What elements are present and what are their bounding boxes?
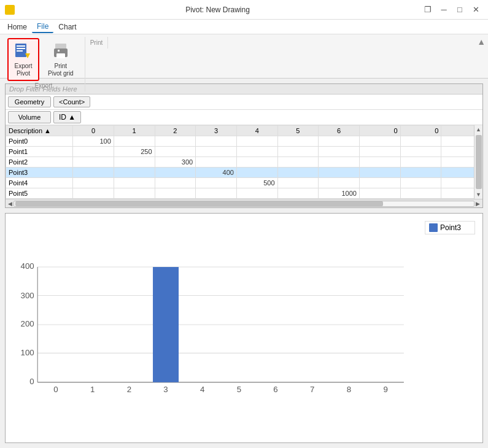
print-pivot-grid-label: PrintPivot grid xyxy=(48,63,74,77)
cell-p5-c0 xyxy=(73,188,114,199)
row-label-point1: Point1 xyxy=(6,147,73,157)
col-header-4[interactable]: 4 xyxy=(236,126,277,136)
cell-p2-c0 xyxy=(73,157,114,168)
cell-p3-c6 xyxy=(319,168,360,178)
table-row[interactable]: Point4 500 xyxy=(6,178,482,188)
cell-p1-c4 xyxy=(236,147,277,157)
title-bar-left xyxy=(5,5,15,15)
table-row[interactable]: Point5 1000 xyxy=(6,188,482,199)
count-field-btn[interactable]: <Count> xyxy=(53,96,90,107)
scroll-up-arrow[interactable]: ▲ xyxy=(476,125,481,134)
cell-p2-c5 xyxy=(277,157,319,168)
geometry-field-btn[interactable]: Geometry xyxy=(8,96,51,107)
cell-p3-c2 xyxy=(155,168,196,178)
ribbon-group-export: ExportPivot PrintPivot grid Export xyxy=(5,37,85,91)
id-sort-btn[interactable]: ID ▲ xyxy=(53,111,81,123)
maximize-btn[interactable]: □ xyxy=(452,2,467,17)
scroll-right-arrow[interactable]: ▶ xyxy=(474,201,481,207)
cell-p0-c2 xyxy=(155,136,196,147)
scroll-h-track[interactable] xyxy=(14,201,474,207)
cell-p4-c3 xyxy=(196,178,237,188)
col-header-5[interactable]: 5 xyxy=(277,126,319,136)
cell-p1-c8 xyxy=(400,147,441,157)
cell-p5-c4 xyxy=(236,188,277,199)
svg-rect-1 xyxy=(17,45,25,47)
minimize-btn[interactable]: ─ xyxy=(436,2,451,17)
chart-bar-point3[interactable] xyxy=(153,267,179,382)
window-controls: ❐ ─ □ ✕ xyxy=(420,2,483,17)
table-row[interactable]: Point2 300 xyxy=(6,157,482,168)
svg-rect-8 xyxy=(58,50,60,52)
legend-color-point3 xyxy=(429,223,438,232)
menu-home[interactable]: Home xyxy=(2,21,32,33)
pivot-container: Drop Filter Fields Here Geometry <Count>… xyxy=(5,83,483,208)
col-header-8[interactable]: 0 xyxy=(400,126,441,136)
pivot-table: Description ▲ 0 1 2 3 4 5 6 0 0 0 xyxy=(6,125,482,199)
svg-text:7: 7 xyxy=(310,385,314,394)
menu-chart[interactable]: Chart xyxy=(53,21,81,33)
cell-p1-c2 xyxy=(155,147,196,157)
col-header-2[interactable]: 2 xyxy=(155,126,196,136)
cell-p1-c3 xyxy=(196,147,237,157)
table-row[interactable]: Point3 400 xyxy=(6,168,482,178)
col-header-0[interactable]: 0 xyxy=(73,126,114,136)
close-btn[interactable]: ✕ xyxy=(468,2,483,17)
cell-p0-c8 xyxy=(400,136,441,147)
cell-p0-c7 xyxy=(359,136,400,147)
print-pivot-grid-button[interactable]: PrintPivot grid xyxy=(42,38,80,81)
svg-text:300: 300 xyxy=(21,291,34,300)
cell-p5-c2 xyxy=(155,188,196,199)
chart-area: 0 100 200 300 400 0 1 2 3 4 5 6 7 8 9 xyxy=(10,218,417,438)
table-row[interactable]: Point0 100 xyxy=(6,136,482,147)
row-label-point4: Point4 xyxy=(6,178,73,188)
row-label-point2: Point2 xyxy=(6,157,73,168)
cell-p4-c7 xyxy=(359,178,400,188)
cell-p5-c6: 1000 xyxy=(319,188,360,199)
scroll-left-arrow[interactable]: ◀ xyxy=(7,201,14,207)
main-content: Drop Filter Fields Here Geometry <Count>… xyxy=(0,79,488,448)
cell-p3-c4 xyxy=(236,168,277,178)
cell-p2-c1 xyxy=(114,157,155,168)
restore-btn[interactable]: ❐ xyxy=(420,2,435,17)
vertical-scrollbar[interactable]: ▲ ▼ xyxy=(474,125,482,199)
cell-p5-c8 xyxy=(400,188,441,199)
cell-p4-c4: 500 xyxy=(236,178,277,188)
export-group-label: Export xyxy=(7,82,80,90)
cell-p4-c1 xyxy=(114,178,155,188)
scroll-down-arrow[interactable]: ▼ xyxy=(476,190,481,199)
description-header[interactable]: Description ▲ xyxy=(6,126,73,136)
volume-field-btn[interactable]: Volume xyxy=(8,111,51,123)
horizontal-scrollbar[interactable]: ◀ ▶ xyxy=(6,199,482,207)
chart-legend: Point3 xyxy=(422,218,478,438)
cell-p0-c6 xyxy=(319,136,360,147)
cell-p3-c7 xyxy=(359,168,400,178)
ribbon-buttons-export: ExportPivot PrintPivot grid xyxy=(7,38,80,81)
svg-text:1: 1 xyxy=(90,385,95,394)
row-label-point5: Point5 xyxy=(6,188,73,199)
cell-p1-c1: 250 xyxy=(114,147,155,157)
scroll-v-thumb[interactable] xyxy=(476,135,482,189)
export-pivot-button[interactable]: ExportPivot xyxy=(7,38,39,81)
col-header-6[interactable]: 6 xyxy=(319,126,360,136)
ribbon-group-print: Print xyxy=(88,37,109,48)
col-header-3[interactable]: 3 xyxy=(196,126,237,136)
col-header-7[interactable]: 0 xyxy=(359,126,400,136)
menu-bar: Home File Chart xyxy=(0,20,488,34)
ribbon-collapse-btn[interactable]: ▲ xyxy=(477,37,486,47)
cell-p2-c3 xyxy=(196,157,237,168)
table-row[interactable]: Point1 250 xyxy=(6,147,482,157)
export-pivot-icon xyxy=(14,42,33,61)
print-group-label: Print xyxy=(90,39,103,47)
cell-p3-c5 xyxy=(277,168,319,178)
svg-text:4: 4 xyxy=(200,385,204,394)
svg-text:2: 2 xyxy=(127,385,131,394)
scroll-h-thumb[interactable] xyxy=(15,201,383,206)
legend-item-point3: Point3 xyxy=(425,221,475,234)
svg-text:200: 200 xyxy=(21,319,34,328)
cell-p1-c6 xyxy=(319,147,360,157)
svg-text:3: 3 xyxy=(163,385,168,394)
menu-file[interactable]: File xyxy=(32,21,53,33)
cell-p4-c2 xyxy=(155,178,196,188)
col-header-1[interactable]: 1 xyxy=(114,126,155,136)
cell-p2-c4 xyxy=(236,157,277,168)
